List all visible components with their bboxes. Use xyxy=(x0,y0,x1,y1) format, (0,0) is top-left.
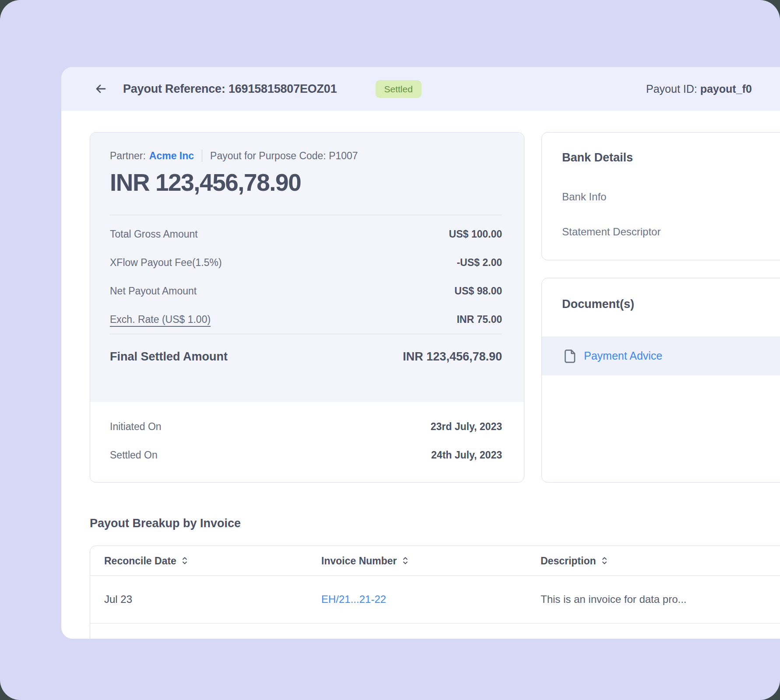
table-header-row: Reconcile Date Invoice Number Descriptio… xyxy=(90,546,780,576)
column-header-description[interactable]: Description xyxy=(541,555,608,567)
amount-breakdown: Total Gross Amount US$ 100.00 XFlow Payo… xyxy=(110,215,502,334)
payout-summary-top: Partner: Acme Inc Payout for Purpose Cod… xyxy=(90,133,524,402)
amount-row: XFlow Payout Fee(1.5%) -US$ 2.00 xyxy=(110,248,502,277)
description-header-label: Description xyxy=(541,555,596,567)
final-settled-value: INR 123,456,78.90 xyxy=(403,350,502,364)
bank-details-title: Bank Details xyxy=(562,151,780,164)
partner-line: Partner: Acme Inc Payout for Purpose Cod… xyxy=(110,149,502,162)
initiated-on-value: 23rd July, 2023 xyxy=(431,421,502,433)
status-badge: Settled xyxy=(376,80,422,98)
payment-advice-row[interactable]: Payment Advice xyxy=(542,336,780,375)
final-settled-row: Final Settled Amount INR 123,456,78.90 xyxy=(110,334,502,379)
bank-info-item: Bank Info xyxy=(562,191,780,203)
date-row: Settled On 24th July, 2023 xyxy=(110,441,502,469)
column-header-reconcile-date[interactable]: Reconcile Date xyxy=(104,555,188,567)
amount-row: Total Gross Amount US$ 100.00 xyxy=(110,220,502,248)
invoice-number-header-label: Invoice Number xyxy=(321,555,397,567)
gross-amount-label: Total Gross Amount xyxy=(110,228,198,240)
partner-link[interactable]: Acme Inc xyxy=(149,150,194,162)
final-settled-label: Final Settled Amount xyxy=(110,350,228,364)
vertical-divider xyxy=(202,150,202,162)
net-payout-value: US$ 98.00 xyxy=(454,285,502,297)
payout-id-value: payout_f0 xyxy=(700,83,752,95)
settled-on-label: Settled On xyxy=(110,449,158,461)
invoice-section-title: Payout Breakup by Invoice xyxy=(90,517,241,530)
page-background: Payout Reference: 16915815807EOZ01 Settl… xyxy=(0,0,780,700)
payout-total-amount: INR 123,456,78.90 xyxy=(110,169,502,196)
sort-icon xyxy=(601,557,608,565)
purpose-code-label: Payout for Purpose Code: P1007 xyxy=(210,150,358,162)
statement-descriptor-item: Statement Descriptor xyxy=(562,226,780,238)
exchange-rate-link[interactable]: Exch. Rate (US$ 1.00) xyxy=(110,314,211,326)
bank-details-items: Bank Info Statement Descriptor xyxy=(562,191,780,238)
sort-icon xyxy=(182,557,188,565)
payout-dates: Initiated On 23rd July, 2023 Settled On … xyxy=(90,402,524,469)
page-title: Payout Reference: 16915815807EOZ01 xyxy=(123,82,337,96)
amount-row: Net Payout Amount US$ 98.00 xyxy=(110,277,502,305)
description-cell: This is an invoice for data pro... xyxy=(541,593,687,606)
app-header: Payout Reference: 16915815807EOZ01 Settl… xyxy=(61,67,780,111)
payout-id: Payout ID: payout_f0 xyxy=(646,67,752,111)
settled-on-value: 24th July, 2023 xyxy=(431,449,502,461)
payout-summary-card: Partner: Acme Inc Payout for Purpose Cod… xyxy=(90,132,524,483)
payout-id-label: Payout ID: xyxy=(646,83,697,95)
net-payout-label: Net Payout Amount xyxy=(110,285,197,297)
initiated-on-label: Initiated On xyxy=(110,421,162,433)
document-icon xyxy=(564,349,577,363)
table-row-partial xyxy=(90,623,780,639)
documents-card: Document(s) Payment Advice xyxy=(541,278,780,483)
bank-details-card: Bank Details Bank Info Statement Descrip… xyxy=(541,132,780,260)
amount-row: Exch. Rate (US$ 1.00) INR 75.00 xyxy=(110,305,502,334)
reconcile-date-header-label: Reconcile Date xyxy=(104,555,176,567)
invoice-number-link[interactable]: EH/21...21-22 xyxy=(321,593,386,606)
exchange-rate-value: INR 75.00 xyxy=(457,314,502,326)
back-button[interactable] xyxy=(94,82,107,95)
partner-label: Partner: xyxy=(110,150,146,162)
payout-fee-value: -US$ 2.00 xyxy=(457,257,502,269)
payment-advice-link[interactable]: Payment Advice xyxy=(584,350,662,362)
payout-fee-label: XFlow Payout Fee(1.5%) xyxy=(110,257,222,269)
table-row: Jul 23 EH/21...21-22 This is an invoice … xyxy=(90,576,780,623)
reconcile-date-cell: Jul 23 xyxy=(104,593,132,606)
column-header-invoice-number[interactable]: Invoice Number xyxy=(321,555,408,567)
invoice-table: Reconcile Date Invoice Number Descriptio… xyxy=(90,546,780,639)
app-window: Payout Reference: 16915815807EOZ01 Settl… xyxy=(61,67,780,639)
sort-icon xyxy=(402,557,408,565)
gross-amount-value: US$ 100.00 xyxy=(449,228,502,240)
documents-title: Document(s) xyxy=(542,298,780,311)
back-arrow-icon xyxy=(94,82,107,95)
date-row: Initiated On 23rd July, 2023 xyxy=(110,413,502,441)
